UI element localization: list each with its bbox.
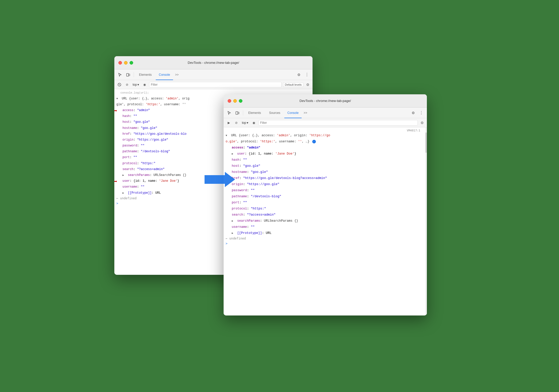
prop-origin-front: origin: "https://goo.gle"	[224, 181, 424, 187]
eye-btn-back[interactable]: ◉	[142, 82, 148, 88]
toolbar-sep-front	[243, 110, 243, 115]
maximize-button-back[interactable]	[130, 61, 133, 65]
prop-port-front: port: ""	[224, 200, 424, 206]
eye-btn-front[interactable]: ◉	[251, 120, 257, 126]
top-dropdown-front[interactable]: top ▾	[241, 120, 249, 125]
prop-protocol-front: protocol: "https:"	[224, 206, 424, 212]
title-bar-front: DevTools - chrome://new-tab-page/	[224, 94, 427, 108]
more-btn-front[interactable]: ⋮	[418, 109, 425, 116]
filter-input-front[interactable]	[258, 120, 418, 126]
scrollbar-track[interactable]	[425, 127, 427, 315]
prop-username-front: username: ""	[224, 224, 424, 230]
prototype-expand-front[interactable]: ▶	[232, 231, 235, 235]
gear-icon-back[interactable]: ⚙	[305, 82, 310, 87]
main-toolbar-back: Elements Console >> ⚙ ⋮	[114, 69, 313, 80]
scrollbar-thumb[interactable]	[425, 132, 427, 153]
searchparams-expand-front[interactable]: ▶	[232, 219, 235, 223]
console-toolbar-back: ⊘ top ▾ ◉ Default levels ⚙	[114, 80, 313, 89]
user-expand-front[interactable]: ▶	[232, 152, 235, 156]
red-arrow-2: ➡	[114, 178, 117, 185]
more-tabs-back[interactable]: >>	[174, 73, 180, 77]
gear-icon-front[interactable]: ⚙	[419, 120, 425, 126]
console-toolbar-front: ▶ ⊘ top ▾ ◉ ⚙	[224, 118, 427, 127]
info-icon-front[interactable]: i	[312, 140, 316, 143]
prop-access-front: access: "admin"	[224, 145, 424, 151]
close-button-back[interactable]	[118, 61, 122, 65]
prop-href-front: href: "https://goo.gle/devtools-blog?acc…	[224, 175, 424, 181]
clear-console-btn-back[interactable]	[116, 82, 122, 88]
url-expand-front[interactable]: ▼	[226, 134, 229, 138]
console-content-front[interactable]: VM4817:1 ▼ URL {user: {…}, access: 'admi…	[224, 127, 427, 315]
prop-hostname-front: hostname: "goo.gle"	[224, 169, 424, 175]
default-levels-back[interactable]: Default levels	[283, 82, 303, 87]
play-btn-front[interactable]: ▶	[226, 120, 232, 126]
prop-user-front: ▶ user: {id: 1, name: 'Jane Doe'}	[224, 151, 424, 157]
undefined-front: ← undefined	[224, 236, 424, 241]
arrow-container	[205, 171, 235, 189]
device-mode-btn-front[interactable]	[234, 109, 241, 116]
url-expand-arrow[interactable]: ▼	[116, 97, 120, 101]
url-header-front: ▼ URL {user: {…}, access: 'admin', origi…	[224, 132, 424, 139]
svg-line-3	[119, 84, 120, 85]
traffic-lights-back	[118, 61, 133, 65]
close-button-front[interactable]	[228, 99, 231, 103]
device-mode-btn-back[interactable]	[125, 71, 132, 78]
title-bar-back: DevTools - chrome://new-tab-page/	[114, 56, 313, 69]
settings-btn-front[interactable]: ⚙	[410, 109, 417, 116]
select-element-btn-front[interactable]	[226, 109, 233, 116]
before-after-arrow	[205, 171, 235, 188]
main-toolbar-front: Elements Sources Console >> ⚙ ⋮	[224, 108, 427, 118]
window-title-front: DevTools - chrome://new-tab-page/	[300, 99, 351, 103]
filter-input-back[interactable]	[149, 82, 282, 87]
maximize-button-front[interactable]	[239, 99, 242, 103]
devtools-body-front: Elements Sources Console >> ⚙ ⋮ ▶ ⊘ top	[224, 108, 427, 315]
prop-searchparams-front: ▶ searchParams: URLSearchParams {}	[224, 218, 424, 224]
tab-elements-back[interactable]: Elements	[136, 69, 155, 80]
devtools-window-front: DevTools - chrome://new-tab-page/	[224, 94, 427, 315]
ban-btn-front[interactable]: ⊘	[233, 120, 239, 126]
more-tabs-front[interactable]: >>	[303, 111, 308, 115]
svg-rect-6	[238, 112, 239, 114]
toolbar-sep-1	[134, 72, 134, 77]
ban-btn-back[interactable]: ⊘	[124, 82, 130, 88]
prop-search-front: search: "?access=admin"	[224, 212, 424, 218]
minimize-button-back[interactable]	[124, 61, 128, 65]
url-header-line2-front: o.gle', protocol: 'https:', username: ''…	[224, 139, 424, 145]
prop-password-front: password: ""	[224, 187, 424, 193]
settings-btn-back[interactable]: ⚙	[295, 71, 302, 78]
traffic-lights-front	[228, 99, 242, 103]
prop-pathname-front: pathname: "/devtools-blog"	[224, 193, 424, 200]
top-dropdown-back[interactable]: top ▾	[132, 82, 140, 87]
prop-hash-front: hash: ""	[224, 157, 424, 163]
prop-prototype-front: ▶ [[Prototype]]: URL	[224, 230, 424, 236]
tab-console-front[interactable]: Console	[284, 108, 302, 118]
tab-sources-front[interactable]: Sources	[266, 108, 283, 118]
console-prompt-front[interactable]: >	[224, 241, 424, 246]
svg-rect-1	[129, 74, 130, 76]
tab-elements-front[interactable]: Elements	[245, 108, 264, 118]
prototype-expand-back[interactable]: ▶	[122, 191, 126, 195]
vm-ref: VM4817:1	[224, 128, 424, 132]
searchparams-expand[interactable]: ▶	[122, 173, 126, 177]
tab-console-back[interactable]: Console	[156, 69, 173, 80]
minimize-button-front[interactable]	[233, 99, 237, 103]
prop-host-front: host: "goo.gle"	[224, 163, 424, 169]
svg-marker-4	[205, 172, 235, 187]
red-arrow-1: ➡	[114, 108, 117, 114]
select-element-btn-back[interactable]	[116, 71, 123, 78]
more-btn-back[interactable]: ⋮	[303, 71, 310, 78]
svg-rect-5	[236, 112, 238, 114]
svg-rect-0	[127, 73, 129, 76]
window-title-back: DevTools - chrome://new-tab-page/	[188, 61, 239, 65]
